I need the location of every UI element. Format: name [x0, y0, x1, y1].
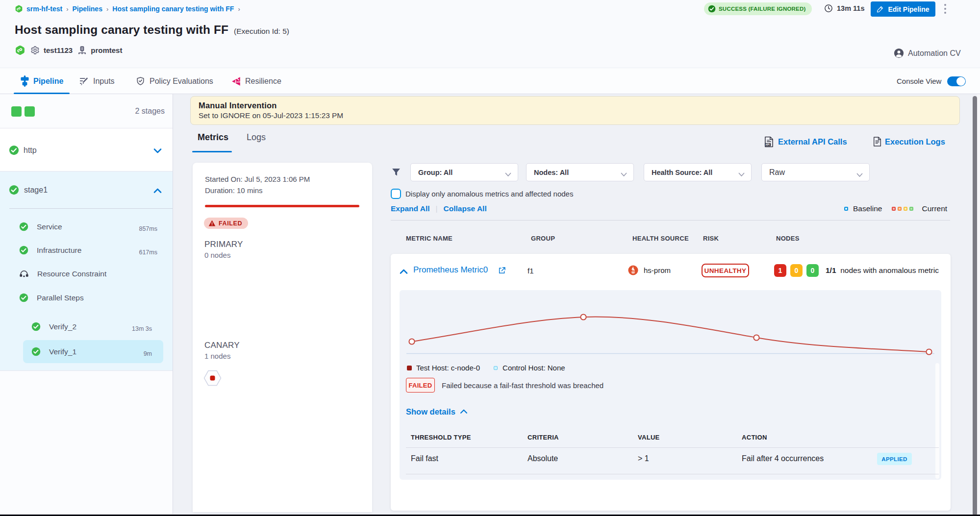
- svg-text:API: API: [765, 143, 770, 146]
